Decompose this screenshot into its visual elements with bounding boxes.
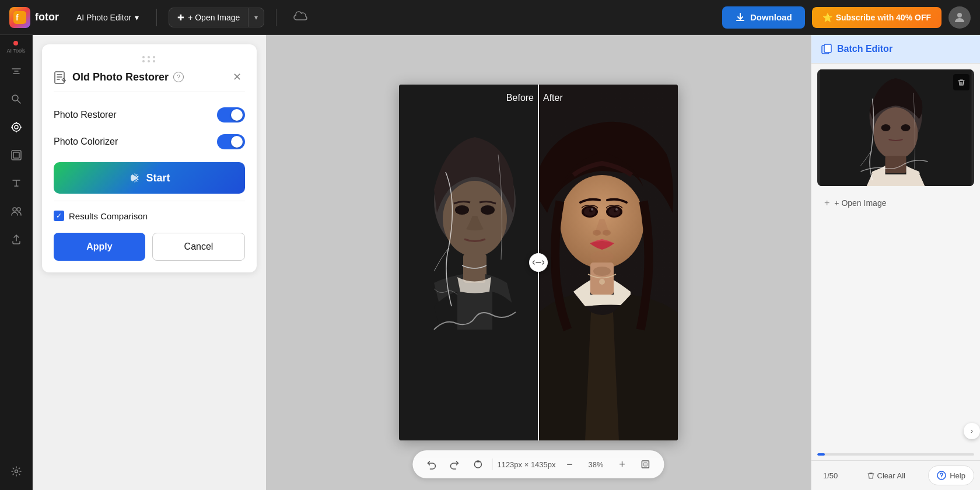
panel-header: Old Photo Restorer ? ✕: [54, 69, 245, 92]
clear-all-button[interactable]: Clear All: [862, 467, 910, 485]
results-comparison-row: ✓ Results Comparison: [54, 206, 245, 226]
zoom-in-button[interactable]: +: [613, 455, 632, 474]
redo-button[interactable]: [445, 455, 464, 474]
star-icon: ⭐: [822, 13, 832, 22]
panel-title-area: Old Photo Restorer ?: [54, 70, 184, 84]
zoom-out-button[interactable]: −: [561, 455, 579, 474]
svg-point-35: [590, 251, 614, 262]
drag-dots: [142, 56, 156, 62]
ai-tools-indicator: [13, 41, 18, 46]
svg-point-37: [593, 267, 611, 276]
svg-point-28: [591, 208, 593, 211]
restorer-icon: [54, 70, 68, 84]
sidebar-effects-button[interactable]: [4, 86, 29, 112]
bottom-toolbar: 1123px × 1435px − 38% +: [412, 450, 664, 478]
sidebar-settings-button[interactable]: [4, 459, 29, 484]
before-photo-svg: [399, 85, 538, 440]
photo-restorer-toggle[interactable]: [217, 107, 245, 123]
right-sidebar-content: + + Open Image: [811, 64, 980, 414]
right-sidebar-footer: 1/50 Clear All Help: [811, 460, 980, 490]
ai-editor-menu-button[interactable]: AI Photo Editor ▾: [71, 9, 145, 26]
download-button[interactable]: Download: [722, 6, 805, 29]
action-buttons: Apply Cancel: [54, 233, 245, 261]
toolbar-divider: [492, 459, 492, 470]
canvas-area: Before After: [266, 35, 811, 490]
photo-colorizer-toggle-row: Photo Colorizer: [54, 128, 245, 155]
svg-point-4: [12, 123, 20, 131]
undo-button[interactable]: [422, 455, 440, 474]
photo-colorizer-label: Photo Colorizer: [54, 136, 118, 147]
results-checkbox[interactable]: ✓: [54, 211, 64, 221]
svg-point-38: [599, 279, 605, 285]
panel-drag-handle[interactable]: [54, 56, 245, 62]
sidebar-frames-button[interactable]: [4, 142, 29, 168]
help-button[interactable]: Help: [928, 466, 974, 485]
svg-rect-15: [55, 72, 64, 83]
subscribe-button[interactable]: ⭐ Subscribe with 40% OFF: [812, 7, 942, 28]
cancel-button[interactable]: Cancel: [152, 233, 245, 261]
svg-point-20: [481, 205, 495, 215]
svg-point-2: [957, 13, 962, 18]
results-comparison-label: Results Comparison: [69, 211, 148, 221]
sidebar-people-button[interactable]: [4, 198, 29, 224]
open-image-dropdown-icon[interactable]: ▾: [249, 9, 264, 26]
ai-tools-label: AI Tools: [7, 48, 26, 54]
download-label: Download: [750, 12, 792, 22]
plus-icon: ✚: [177, 13, 184, 22]
image-size-display: 1123px × 1435px: [497, 460, 555, 469]
svg-point-46: [881, 124, 891, 131]
reset-button[interactable]: [468, 455, 487, 474]
header-divider: [156, 9, 157, 26]
svg-rect-40: [644, 463, 648, 466]
svg-point-19: [455, 205, 469, 215]
after-photo-svg: [538, 85, 678, 440]
app-header: f fotor AI Photo Editor ▾ ✚ + Open Image…: [0, 0, 980, 35]
svg-point-45: [874, 107, 918, 160]
start-button[interactable]: Start: [54, 162, 245, 194]
sidebar-adjust-button[interactable]: [4, 58, 29, 84]
restorer-panel: Old Photo Restorer ? ✕ Photo Restorer Ph…: [42, 44, 257, 272]
expand-panel-button[interactable]: ›: [964, 423, 980, 439]
photo-colorizer-toggle[interactable]: [217, 134, 245, 149]
fotor-logo-icon: f: [9, 7, 30, 28]
apply-button[interactable]: Apply: [54, 233, 145, 261]
svg-point-47: [901, 124, 911, 131]
sidebar-upload-button[interactable]: [4, 226, 29, 252]
sidebar-text-button[interactable]: [4, 170, 29, 196]
open-image-button[interactable]: ✚ + Open Image ▾: [169, 8, 264, 27]
add-image-label: + Open Image: [834, 198, 886, 208]
batch-editor-button[interactable]: Batch Editor: [811, 35, 980, 64]
svg-rect-11: [13, 152, 19, 158]
user-avatar[interactable]: [949, 6, 971, 29]
right-sidebar: Batch Editor: [811, 35, 980, 490]
svg-point-32: [615, 208, 618, 211]
cloud-sync-button[interactable]: [288, 5, 313, 29]
after-image: [538, 85, 678, 440]
svg-point-13: [17, 208, 20, 211]
open-image-main[interactable]: ✚ + Open Image: [169, 8, 249, 27]
thumbnail-svg: [817, 69, 974, 186]
start-label: Start: [146, 172, 170, 184]
page-counter: 1/50: [817, 467, 844, 485]
comparison-container: Before After: [399, 85, 678, 440]
clear-all-label: Clear All: [877, 471, 905, 480]
thumbnail-delete-button[interactable]: [953, 74, 970, 90]
batch-editor-label: Batch Editor: [837, 44, 892, 54]
before-label: Before: [506, 93, 538, 103]
header-right: Download ⭐ Subscribe with 40% OFF: [722, 6, 971, 29]
photo-restorer-toggle-row: Photo Restorer: [54, 102, 245, 128]
after-label: After: [538, 93, 563, 103]
logo-text: fotor: [35, 11, 59, 23]
panel-help-icon[interactable]: ?: [173, 72, 184, 82]
image-thumbnail: [817, 69, 974, 186]
add-image-button[interactable]: + + Open Image: [817, 191, 974, 215]
fit-view-button[interactable]: [636, 455, 655, 474]
comparison-slider-handle[interactable]: [529, 253, 548, 272]
ai-tools-section: AI Tools: [7, 41, 26, 54]
zoom-level-display: 38%: [584, 460, 608, 469]
sidebar-ai-tools-button[interactable]: [4, 114, 29, 140]
svg-point-50: [941, 478, 942, 479]
ai-editor-label: AI Photo Editor: [76, 13, 131, 22]
subscribe-label: Subscribe with 40% OFF: [836, 13, 931, 22]
panel-close-button[interactable]: ✕: [229, 69, 245, 85]
